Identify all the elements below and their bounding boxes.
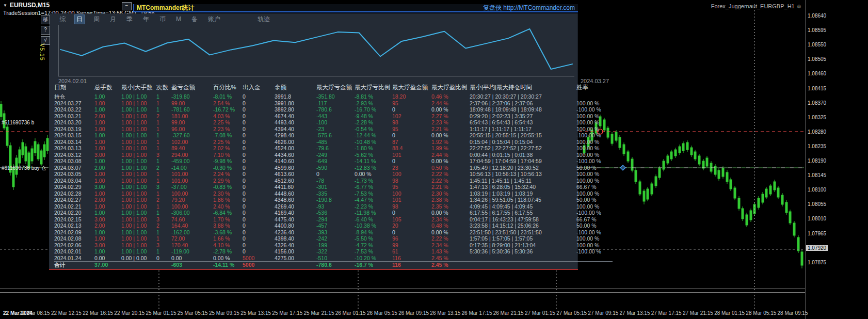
stats-panel-titlebar[interactable]: MTCommander统计 复盘俠 http://MTCommander.com (133, 4, 578, 12)
price-tick-label: 1.08325 (808, 115, 826, 120)
cell: 1:45:11 | 1:45:11 | 1:45:11 (470, 178, 576, 184)
cell: 2024.02.01 (54, 248, 94, 255)
cell: -119.00 (171, 248, 213, 255)
cell: 0 (243, 184, 275, 190)
cell: 4626.00 (275, 139, 316, 146)
col-header-11: 最大浮盈金额 (392, 84, 431, 91)
cell: 4394.40 (275, 126, 316, 133)
cell: 1.70 % (213, 216, 243, 223)
move-button[interactable]: 移 (41, 15, 50, 24)
cell (470, 255, 576, 262)
help-button[interactable]: ? (41, 26, 50, 35)
cell: -100.00 % (576, 106, 613, 113)
cell: 0 (243, 93, 275, 100)
cell: 99.00 (171, 119, 213, 126)
mt4-chart-window: ▼ EURUSD,M15 − TradeSession1=17:00-24:00… (0, 0, 868, 319)
cell: 0 (243, 248, 275, 255)
price-tick-label: 1.08280 (808, 129, 826, 135)
cell: 2.54 % (213, 100, 243, 107)
menu-item-10[interactable]: 账户 (206, 14, 222, 24)
cell: 1.00 | 1.00 (121, 158, 156, 165)
cell: 87 (392, 139, 431, 146)
cell: -249 (316, 152, 355, 158)
cell: -510 (316, 255, 355, 262)
cell: 2024.03.07 (54, 165, 94, 171)
time-tick-label: 25 Mar 21:15 (304, 310, 334, 316)
table-row: 2024.03.081.001.00 | 1.001-459.00-9.98 %… (54, 158, 613, 165)
cell: 1.43 % (431, 248, 470, 255)
subwindow-separator-bottom[interactable] (0, 292, 805, 293)
cell: 100.00 % (576, 126, 613, 133)
cell: 100.00 % (576, 100, 613, 107)
cell: -2.23 % (355, 203, 392, 210)
cell: 101 (392, 152, 431, 158)
menu-item-4[interactable]: 月 (108, 14, 118, 24)
cell: -6.77 % (355, 184, 392, 190)
time-tick-label: 27 Mar 21:15 (683, 310, 713, 316)
cell: -242 (316, 235, 355, 242)
menu-item-9[interactable]: 备 (190, 14, 199, 24)
cell: -162.00 (171, 229, 213, 236)
panel-title-text: MTCommander统计 (137, 4, 194, 12)
cell: 1 (156, 171, 171, 178)
cell: -459.00 (171, 158, 213, 165)
cell: 0 (243, 145, 275, 152)
time-tick-label: 25 Mar 17:15 (272, 310, 302, 316)
cell: 1.00 | 1.00 (121, 100, 156, 107)
menu-item-5[interactable]: 季 (125, 14, 134, 24)
minimize-button[interactable]: − (122, 2, 132, 10)
table-row: 2024.02.211.001.00 | 1.001100.002.40 %04… (54, 203, 613, 210)
cell: 0 (243, 126, 275, 133)
cell: 1.00 | 1.00 (121, 235, 156, 242)
cell: 1 (156, 145, 171, 152)
cell: 4236.40 (275, 229, 316, 236)
cell: -2.93 % (355, 100, 392, 107)
cell: 4434.60 (275, 152, 316, 158)
cell: 72.00 (171, 235, 213, 242)
cell: -100 (316, 119, 355, 126)
menu-item-11[interactable]: 轨迹 (256, 14, 271, 24)
menu-item-8[interactable]: M (174, 15, 183, 23)
cell: 23 (392, 165, 431, 171)
cell: 3.88 % (213, 222, 243, 229)
menu-item-2[interactable]: 日 (74, 14, 85, 24)
price-tick-label: 1.08460 (808, 71, 826, 76)
time-tick-label: 26 Mar 09:15 (398, 310, 429, 316)
cell: 2.00 (94, 113, 121, 120)
cell (470, 262, 576, 268)
cell: 100.00 (171, 190, 213, 197)
cell: -4.47 % (355, 197, 392, 203)
cell: 1.92 % (431, 139, 470, 146)
cell: 2.34 % (431, 216, 470, 223)
cell: -10.48 % (355, 139, 392, 146)
menu-item-6[interactable]: 年 (141, 14, 151, 24)
time-tick-label: 28 Mar 09:15 (778, 310, 808, 316)
cell: -0.54 % (355, 126, 392, 133)
cell: 2.00 (94, 222, 121, 229)
time-tick-label: 22 Mar 20:15 (114, 310, 144, 316)
cell: 2.02 % (213, 145, 243, 152)
menu-item-7[interactable]: 币 (158, 14, 167, 24)
menu-item-3[interactable]: 周 (92, 14, 101, 24)
cell: 1.00 | 1.00 (121, 145, 156, 152)
subwindow-separator-top[interactable] (0, 289, 805, 289)
cell (156, 262, 171, 268)
cell: 2.44 % (431, 152, 470, 158)
chart-symbol-title[interactable]: ▼ EURUSD,M15 (3, 2, 50, 9)
cell: 100.00 % (576, 171, 613, 178)
cell: 1 (156, 126, 171, 133)
cell: 0 (243, 100, 275, 107)
brand-link[interactable]: 复盘俠 http://MTCommander.com (483, 4, 575, 12)
cell: 3991.8 (275, 93, 316, 100)
cell: 100.00 % (576, 139, 613, 146)
cell: 0 (392, 229, 431, 236)
cell: 4:09:45 | 4:09:45 | 4:09:45 (470, 203, 576, 210)
chevron-down-icon[interactable]: ▼ (3, 3, 7, 8)
cell: -780.6 (316, 262, 355, 268)
cell: 0.00 | 0.00 (121, 255, 156, 262)
cell: 2024.02.06 (54, 242, 94, 249)
menu-item-1[interactable]: 综 (58, 14, 67, 24)
cell: 0 (243, 139, 275, 146)
cell: 2024.02.27 (54, 197, 94, 203)
col-header-8: 余额 (275, 84, 316, 91)
